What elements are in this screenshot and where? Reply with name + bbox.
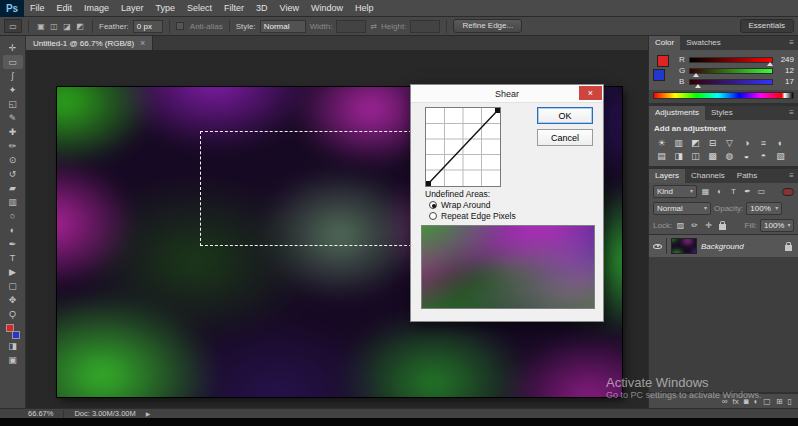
anti-alias-checkbox[interactable] xyxy=(176,22,184,30)
tool-clone-stamp[interactable]: ⊙ xyxy=(3,153,23,167)
swap-dimensions-icon[interactable]: ⇄ xyxy=(370,22,377,31)
delete-layer-icon[interactable]: ▯ xyxy=(788,397,792,406)
lock-transparency-icon[interactable]: ▨ xyxy=(675,221,686,230)
red-slider[interactable] xyxy=(689,57,773,63)
blue-slider[interactable] xyxy=(689,79,773,85)
levels-icon[interactable]: ▥ xyxy=(670,136,687,149)
menu-image[interactable]: Image xyxy=(78,0,115,17)
tool-eraser[interactable]: ▰ xyxy=(3,181,23,195)
posterize-icon[interactable]: ◍ xyxy=(721,149,738,162)
tool-move[interactable]: ✛ xyxy=(3,41,23,55)
add-selection-icon[interactable]: ◫ xyxy=(48,22,60,31)
blue-value[interactable]: 17 xyxy=(776,77,794,86)
photo-filter-icon[interactable]: ▤ xyxy=(653,149,670,162)
dialog-title-bar[interactable]: Shear × xyxy=(411,85,603,103)
close-document-icon[interactable]: × xyxy=(140,38,145,48)
workspace-switcher-button[interactable]: Essentials xyxy=(740,19,794,33)
zoom-level-field[interactable]: 66.67% xyxy=(28,409,53,418)
subtract-selection-icon[interactable]: ◪ xyxy=(61,22,73,31)
link-layers-icon[interactable]: ∞ xyxy=(722,397,728,406)
wrap-around-option[interactable]: Wrap Around xyxy=(429,200,490,210)
color-lookup-icon[interactable]: ◫ xyxy=(687,149,704,162)
width-input[interactable] xyxy=(336,20,366,33)
vibrance-icon[interactable]: ▽ xyxy=(721,136,738,149)
wrap-around-radio[interactable] xyxy=(429,201,437,209)
blend-mode-dropdown[interactable]: Normal▾ xyxy=(653,202,711,215)
screen-mode-icon[interactable]: ▣ xyxy=(3,353,23,367)
menu-edit[interactable]: Edit xyxy=(51,0,79,17)
tool-brush[interactable]: ✏ xyxy=(3,139,23,153)
adjustment-layer-icon[interactable]: ◐ xyxy=(753,397,758,406)
layer-mask-icon[interactable]: ◙ xyxy=(744,397,749,406)
lock-all-icon[interactable] xyxy=(719,224,726,230)
tool-rectangular-marquee[interactable]: ▭ xyxy=(3,55,23,69)
hue-saturation-icon[interactable]: ◑ xyxy=(738,136,755,149)
new-group-icon[interactable]: ▢ xyxy=(763,397,771,406)
filter-pixel-layers-icon[interactable]: ▦ xyxy=(700,187,711,196)
filtering-toggle[interactable] xyxy=(782,188,794,196)
menu-layer[interactable]: Layer xyxy=(115,0,150,17)
tab-adjustments[interactable]: Adjustments xyxy=(649,106,705,120)
dialog-close-button[interactable]: × xyxy=(579,86,602,100)
black-white-icon[interactable]: ◐ xyxy=(772,136,789,149)
menu-select[interactable]: Select xyxy=(181,0,218,17)
cancel-button[interactable]: Cancel xyxy=(537,129,593,146)
menu-help[interactable]: Help xyxy=(349,0,380,17)
tool-pen[interactable]: ✒ xyxy=(3,237,23,251)
fill-dropdown[interactable]: 100%▾ xyxy=(760,219,794,232)
repeat-edge-option[interactable]: Repeat Edge Pixels xyxy=(429,211,516,221)
feather-input[interactable]: 0 px xyxy=(133,20,163,33)
new-selection-icon[interactable]: ▣ xyxy=(35,22,47,31)
refine-edge-button[interactable]: Refine Edge... xyxy=(453,19,522,33)
tool-hand[interactable]: ✥ xyxy=(3,293,23,307)
quick-mask-icon[interactable]: ◨ xyxy=(3,339,23,353)
tool-zoom[interactable]: Ǫ xyxy=(3,307,23,321)
tool-crop[interactable]: ◱ xyxy=(3,97,23,111)
height-input[interactable] xyxy=(410,20,440,33)
selective-color-icon[interactable]: ▧ xyxy=(772,149,789,162)
filter-adjustment-layers-icon[interactable]: ◐ xyxy=(714,187,725,196)
panel-menu-icon[interactable]: ≡ xyxy=(785,36,798,50)
tab-color[interactable]: Color xyxy=(649,36,680,50)
color-balance-icon[interactable]: ≡ xyxy=(755,136,772,149)
status-options-arrow-icon[interactable]: ▶ xyxy=(146,410,151,417)
menu-3d[interactable]: 3D xyxy=(250,0,274,17)
ok-button[interactable]: OK xyxy=(537,107,593,124)
layer-thumbnail[interactable] xyxy=(671,238,697,254)
tool-rectangle[interactable]: ▢ xyxy=(3,279,23,293)
menu-window[interactable]: Window xyxy=(305,0,349,17)
channel-mixer-icon[interactable]: ◨ xyxy=(670,149,687,162)
panel-menu-icon[interactable]: ≡ xyxy=(785,106,798,120)
tool-spot-healing-brush[interactable]: ✚ xyxy=(3,125,23,139)
tool-gradient[interactable]: ▥ xyxy=(3,195,23,209)
opacity-dropdown[interactable]: 100%▾ xyxy=(746,202,782,215)
tool-eyedropper[interactable]: ✎ xyxy=(3,111,23,125)
green-slider-handle[interactable] xyxy=(693,73,699,77)
tool-dodge[interactable]: ◐ xyxy=(3,223,23,237)
document-tab[interactable]: Untitled-1 @ 66.7% (RGB/8) × xyxy=(26,36,153,50)
gradient-map-icon[interactable]: ◓ xyxy=(755,149,772,162)
panel-menu-icon[interactable]: ≡ xyxy=(785,169,798,183)
menu-filter[interactable]: Filter xyxy=(218,0,250,17)
foreground-background-colors[interactable] xyxy=(5,324,21,339)
invert-icon[interactable]: ▩ xyxy=(704,149,721,162)
filter-kind-dropdown[interactable]: Kind▾ xyxy=(653,185,697,198)
tab-paths[interactable]: Paths xyxy=(731,169,763,183)
foreground-color-swatch[interactable] xyxy=(657,55,669,67)
lock-position-icon[interactable]: ✛ xyxy=(703,221,714,230)
color-spectrum-ramp[interactable] xyxy=(653,92,794,99)
intersect-selection-icon[interactable]: ◩ xyxy=(74,22,86,31)
new-layer-icon[interactable]: ⊞ xyxy=(776,397,783,406)
repeat-edge-radio[interactable] xyxy=(429,212,437,220)
tab-swatches[interactable]: Swatches xyxy=(680,36,727,50)
green-value[interactable]: 12 xyxy=(776,66,794,75)
layer-row-background[interactable]: Background xyxy=(649,235,798,257)
curves-icon[interactable]: ◩ xyxy=(687,136,704,149)
style-dropdown[interactable]: Normal xyxy=(260,20,306,33)
green-slider[interactable] xyxy=(689,68,773,74)
menu-type[interactable]: Type xyxy=(150,0,182,17)
red-value[interactable]: 249 xyxy=(776,55,794,64)
tab-layers[interactable]: Layers xyxy=(649,169,685,183)
tab-styles[interactable]: Styles xyxy=(705,106,739,120)
filter-type-layers-icon[interactable]: T xyxy=(728,187,739,196)
